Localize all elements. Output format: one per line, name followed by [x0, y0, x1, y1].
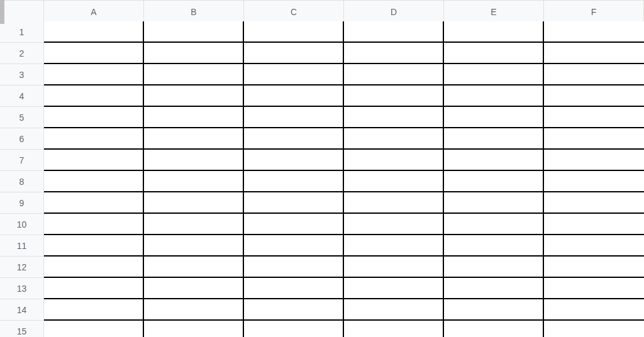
cell[interactable]: [444, 150, 544, 171]
cell[interactable]: [544, 257, 644, 278]
cell[interactable]: [344, 257, 444, 278]
cell[interactable]: [344, 21, 444, 43]
cell[interactable]: [544, 150, 644, 171]
cell[interactable]: [44, 150, 144, 171]
cell[interactable]: [344, 299, 444, 321]
cell[interactable]: [344, 235, 444, 257]
cell[interactable]: [344, 107, 444, 128]
cell[interactable]: [344, 278, 444, 299]
row-header[interactable]: 2: [0, 43, 44, 64]
cell[interactable]: [244, 171, 344, 192]
cell[interactable]: [544, 192, 644, 214]
cell[interactable]: [44, 257, 144, 278]
cell[interactable]: [444, 86, 544, 107]
cell[interactable]: [44, 64, 144, 86]
cell[interactable]: [244, 192, 344, 214]
row-header[interactable]: 1: [0, 21, 44, 43]
cell[interactable]: [44, 192, 144, 214]
cell[interactable]: [144, 214, 244, 235]
row-header[interactable]: 12: [0, 257, 44, 278]
cell[interactable]: [144, 86, 244, 107]
cell[interactable]: [444, 299, 544, 321]
cell[interactable]: [544, 278, 644, 299]
cell[interactable]: [444, 321, 544, 337]
cell[interactable]: [144, 321, 244, 337]
column-header[interactable]: B: [144, 0, 244, 24]
row-header[interactable]: 6: [0, 128, 44, 150]
row-header[interactable]: 7: [0, 150, 44, 171]
cell[interactable]: [244, 257, 344, 278]
cell[interactable]: [44, 107, 144, 128]
row-header[interactable]: 14: [0, 299, 44, 321]
row-header[interactable]: 3: [0, 64, 44, 86]
cell[interactable]: [344, 86, 444, 107]
cell[interactable]: [544, 43, 644, 64]
cell[interactable]: [344, 192, 444, 214]
cell[interactable]: [444, 257, 544, 278]
cell[interactable]: [144, 64, 244, 86]
cell[interactable]: [544, 321, 644, 337]
cell[interactable]: [44, 21, 144, 43]
row-header[interactable]: 9: [0, 192, 44, 214]
cell[interactable]: [244, 43, 344, 64]
cell[interactable]: [144, 128, 244, 150]
cell[interactable]: [344, 171, 444, 192]
cell[interactable]: [444, 21, 544, 43]
cell[interactable]: [244, 321, 344, 337]
cell[interactable]: [244, 64, 344, 86]
cell[interactable]: [244, 278, 344, 299]
cell[interactable]: [344, 128, 444, 150]
row-header[interactable]: 5: [0, 107, 44, 128]
cell[interactable]: [444, 235, 544, 257]
cell[interactable]: [544, 64, 644, 86]
cell[interactable]: [44, 299, 144, 321]
cell[interactable]: [44, 214, 144, 235]
cell[interactable]: [244, 299, 344, 321]
cell[interactable]: [444, 214, 544, 235]
cell[interactable]: [244, 128, 344, 150]
cell[interactable]: [144, 150, 244, 171]
select-all-corner[interactable]: [0, 0, 44, 24]
cell[interactable]: [244, 214, 344, 235]
column-header[interactable]: F: [544, 0, 644, 24]
cell[interactable]: [44, 171, 144, 192]
column-header[interactable]: D: [344, 0, 444, 24]
cell[interactable]: [344, 43, 444, 64]
cell[interactable]: [244, 21, 344, 43]
cell[interactable]: [144, 171, 244, 192]
cell[interactable]: [44, 43, 144, 64]
row-header[interactable]: 11: [0, 235, 44, 257]
cell[interactable]: [544, 21, 644, 43]
cell[interactable]: [44, 321, 144, 337]
cell[interactable]: [544, 86, 644, 107]
cell[interactable]: [544, 299, 644, 321]
cell[interactable]: [144, 235, 244, 257]
cell[interactable]: [144, 107, 244, 128]
cell[interactable]: [144, 21, 244, 43]
cell[interactable]: [244, 86, 344, 107]
cell[interactable]: [444, 192, 544, 214]
cell[interactable]: [44, 278, 144, 299]
cell[interactable]: [44, 235, 144, 257]
cell[interactable]: [144, 192, 244, 214]
cell[interactable]: [444, 43, 544, 64]
row-header[interactable]: 15: [0, 321, 44, 337]
cell[interactable]: [344, 150, 444, 171]
cell[interactable]: [444, 128, 544, 150]
cell[interactable]: [444, 278, 544, 299]
cell[interactable]: [444, 171, 544, 192]
cell[interactable]: [44, 128, 144, 150]
cell[interactable]: [144, 278, 244, 299]
column-header[interactable]: A: [44, 0, 144, 24]
cell[interactable]: [344, 321, 444, 337]
cell[interactable]: [544, 128, 644, 150]
row-header[interactable]: 13: [0, 278, 44, 299]
cell[interactable]: [544, 107, 644, 128]
cell[interactable]: [544, 235, 644, 257]
cell[interactable]: [44, 86, 144, 107]
cell[interactable]: [344, 214, 444, 235]
cell[interactable]: [444, 64, 544, 86]
cell[interactable]: [144, 43, 244, 64]
cell[interactable]: [144, 299, 244, 321]
row-header[interactable]: 4: [0, 86, 44, 107]
